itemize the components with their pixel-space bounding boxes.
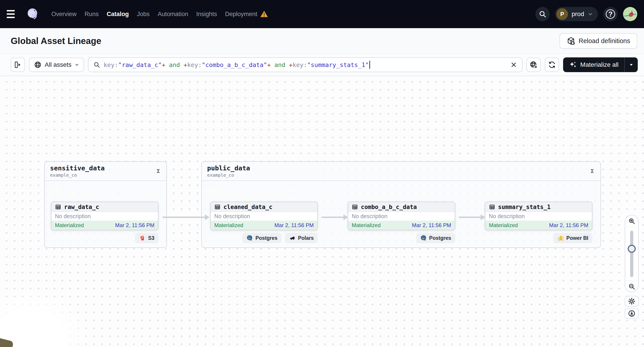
lineage-canvas[interactable]: sensitive_data example_co public_data ex… (0, 76, 644, 347)
globe-icon (34, 61, 42, 68)
scope-label: All assets (45, 61, 72, 68)
zoom-slider-handle[interactable] (628, 245, 636, 253)
download-image-button[interactable] (625, 308, 639, 319)
table-icon (489, 204, 495, 210)
asset-status-bar: Materialized Mar 2, 11:56 PM (52, 221, 158, 230)
asset-kind-tags: Power BI (485, 233, 592, 243)
clear-search-button[interactable] (510, 61, 517, 68)
nav-item-runs[interactable]: Runs (85, 11, 99, 18)
materialize-all-button[interactable]: Materialize all (563, 57, 624, 72)
query-text: key:"raw_data_c"+ and +key:"combo_a_b_c_… (104, 61, 370, 69)
search-button[interactable] (536, 7, 550, 21)
user-avatar[interactable] (623, 7, 637, 21)
table-icon (352, 204, 358, 210)
materialization-status: Materialized (352, 222, 380, 228)
reload-definitions-button[interactable]: Reload definitions (560, 33, 637, 49)
lineage-toolbar: All assets key:"raw_data_c"+ and +key:"c… (0, 54, 644, 76)
create-catalog-view-button[interactable] (526, 58, 541, 72)
nav-item-overview[interactable]: Overview (52, 11, 77, 18)
asset-status-bar: Materialized Mar 2, 11:56 PM (211, 221, 317, 230)
materialization-status: Materialized (489, 222, 518, 228)
asset-name: raw_data_c (64, 204, 99, 210)
dagster-logo[interactable] (25, 7, 40, 21)
kind-tag-s3[interactable]: S3 (135, 233, 158, 243)
asset-node-header: summary_stats_1 (485, 202, 592, 212)
asset-search-input[interactable]: key:"raw_data_c"+ and +key:"combo_a_b_c_… (88, 57, 522, 72)
collapse-group-button[interactable] (155, 168, 161, 174)
postgres-icon (420, 235, 427, 241)
nav-item-insights[interactable]: Insights (196, 11, 217, 18)
search-icon (539, 10, 546, 18)
nav-label: Runs (85, 11, 99, 18)
zoom-slider-track (630, 231, 633, 277)
deployment-switcher[interactable]: P prod (555, 7, 598, 21)
asset-scope-dropdown[interactable]: All assets (29, 58, 84, 72)
group-header: public_data example_co (202, 162, 600, 181)
chevron-down-icon (588, 11, 593, 17)
asset-node-header: combo_a_b_c_data (348, 202, 455, 212)
graph-settings-button[interactable] (625, 296, 639, 307)
asset-node-header: cleaned_data_c (211, 202, 317, 212)
page-title: Global Asset Lineage (11, 36, 101, 46)
nav-item-catalog[interactable]: Catalog (107, 11, 129, 18)
search-icon (94, 61, 100, 68)
materialization-status: Materialized (214, 222, 243, 228)
zoom-out-icon (628, 283, 635, 290)
nav-item-deployment[interactable]: Deployment (225, 10, 268, 18)
powerbi-icon (557, 235, 564, 241)
postgres-icon (246, 235, 253, 241)
open-left-panel-button[interactable] (11, 58, 25, 72)
asset-node-combo-a-b-c-data[interactable]: combo_a_b_c_data No description Material… (348, 202, 455, 230)
asset-description: No description (489, 213, 525, 220)
group-name: sensitive_data (50, 164, 104, 172)
nav-label: Catalog (107, 11, 129, 18)
asset-name: summary_stats_1 (498, 204, 550, 210)
asset-description: No description (214, 213, 250, 220)
text-cursor (369, 61, 370, 69)
nav-label: Overview (52, 11, 77, 18)
zoom-controls (625, 215, 639, 292)
gear-icon (628, 298, 636, 305)
sync-icon (548, 61, 556, 69)
deployment-name: prod (572, 10, 584, 18)
zoom-in-icon (628, 218, 635, 225)
refresh-graph-button[interactable] (545, 58, 559, 72)
lineage-edge (459, 217, 481, 218)
octopus-logo-icon (25, 7, 40, 21)
polars-icon (289, 235, 296, 241)
menu-icon[interactable] (7, 8, 19, 20)
group-code-location: example_co (50, 172, 104, 178)
materialize-options-caret[interactable] (625, 57, 638, 72)
deployment-avatar: P (556, 8, 568, 20)
zoom-out-button[interactable] (625, 281, 638, 292)
question-mark-icon: ? (606, 9, 615, 19)
collapse-group-button[interactable] (589, 168, 595, 174)
asset-description: No description (55, 213, 91, 220)
asset-node-raw-data-c[interactable]: raw_data_c No description Materialized M… (51, 202, 158, 230)
asset-name: combo_a_b_c_data (361, 204, 417, 210)
asset-name: cleaned_data_c (224, 204, 272, 210)
kind-tag-polars[interactable]: Polars (285, 233, 318, 243)
kind-tag-label: Polars (298, 235, 314, 241)
asset-kind-tags: Postgres (348, 233, 455, 243)
asset-node-cleaned-data-c[interactable]: cleaned_data_c No description Materializ… (210, 202, 318, 230)
collapse-icon (589, 168, 595, 174)
chevron-down-icon (75, 62, 79, 67)
asset-node-summary-stats-1[interactable]: summary_stats_1 No description Materiali… (485, 202, 592, 230)
kind-tag-postgres[interactable]: Postgres (416, 233, 455, 243)
materialization-status: Materialized (55, 222, 84, 228)
nav-item-automation[interactable]: Automation (158, 11, 188, 18)
asset-status-bar: Materialized Mar 2, 11:56 PM (348, 221, 455, 230)
nav-item-jobs[interactable]: Jobs (137, 11, 150, 18)
zoom-slider[interactable] (625, 227, 638, 281)
minimap[interactable] (0, 337, 14, 347)
kind-tag-postgres[interactable]: Postgres (242, 233, 281, 243)
globe-plus-icon (530, 61, 538, 69)
lineage-edge (322, 217, 344, 218)
kind-tag-powerbi[interactable]: Power BI (553, 233, 592, 243)
page-header: Global Asset Lineage Reload definitions (0, 28, 644, 54)
zoom-in-button[interactable] (625, 215, 638, 227)
lineage-edge (162, 217, 205, 218)
help-button[interactable]: ? (603, 7, 618, 21)
group-header: sensitive_data example_co (45, 162, 166, 181)
